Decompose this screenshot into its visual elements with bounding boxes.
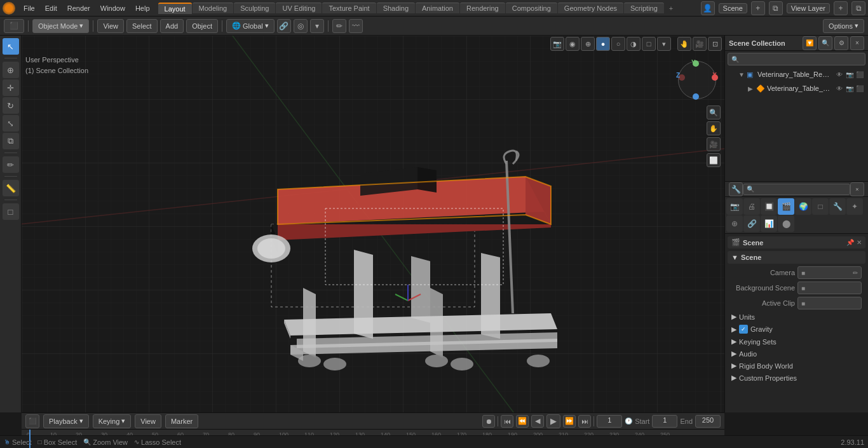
tab-world[interactable]: 🌍 <box>795 198 811 215</box>
viewport-overlay-toggle[interactable]: ◉ <box>566 37 580 51</box>
object-mode-dropdown[interactable]: Object Mode ▾ <box>32 19 89 33</box>
annotation-btn[interactable]: ✏ <box>332 19 346 33</box>
visibility-toggle-2[interactable]: 👁 <box>835 84 844 93</box>
viewport-gizmo[interactable]: X Y Z <box>675 58 719 102</box>
tab-uv-editing[interactable]: UV Editing <box>276 3 322 13</box>
scene-expand-icon[interactable]: ✕ <box>857 239 862 246</box>
menu-window[interactable]: Window <box>96 3 130 13</box>
collection-row-veterinary-mesh[interactable]: ▶ 🔶 Veterinary_Table_Red 👁 📷 ⬛ <box>725 81 868 95</box>
new-scene-icon[interactable]: + <box>751 1 765 15</box>
outliner-filter-btn[interactable]: 🔽 <box>803 36 817 50</box>
gizmo-tool-hand[interactable]: ✋ <box>707 121 721 135</box>
properties-editor-type[interactable]: 🔧 <box>729 182 743 196</box>
editor-type-btn[interactable]: ⬛ <box>4 19 24 33</box>
viewport-navigate-camera[interactable]: 🎥 <box>693 37 707 51</box>
tab-view-layer[interactable]: 🔲 <box>761 198 777 215</box>
marker-menu[interactable]: Marker <box>165 414 198 428</box>
keying-menu[interactable]: Keying ▾ <box>93 414 132 428</box>
collection-row-veterinary-001[interactable]: ▼ ▣ Veterinary_Table_Red_001 👁 📷 ⬛ <box>725 67 868 81</box>
outliner-collapse-btn[interactable]: × <box>850 36 864 50</box>
select-menu[interactable]: Select <box>126 19 158 33</box>
tab-compositing[interactable]: Compositing <box>506 3 557 13</box>
rigid-body-world-row[interactable]: ▶ Rigid Body World <box>728 360 865 372</box>
rotate-tool-btn[interactable]: ↻ <box>3 97 19 114</box>
tab-sculpting[interactable]: Sculpting <box>234 3 275 13</box>
menu-help[interactable]: Help <box>131 3 154 13</box>
audio-row[interactable]: ▶ Audio <box>728 348 865 360</box>
scene-subsection-header[interactable]: ▼ Scene <box>728 251 865 264</box>
keying-sets-row[interactable]: ▶ Keying Sets <box>728 336 865 348</box>
scene-pin-icon[interactable]: 📌 <box>846 239 854 246</box>
jump-end-btn[interactable]: ⏭ <box>578 415 591 428</box>
step-back-btn[interactable]: ⏪ <box>516 415 529 428</box>
tab-rendering[interactable]: Rendering <box>460 3 505 13</box>
tab-physics[interactable]: ⊕ <box>726 215 743 232</box>
viewport-toggle-1[interactable]: 📷 <box>845 70 854 79</box>
gravity-row[interactable]: ▶ ✓ Gravity <box>728 323 865 336</box>
expand-icon-2[interactable]: ▶ <box>748 85 754 92</box>
outliner-settings-btn[interactable]: ⚙ <box>834 36 848 50</box>
viewport-shading-options[interactable]: ▾ <box>657 37 671 51</box>
visibility-toggle-1[interactable]: 👁 <box>835 70 844 79</box>
view-menu[interactable]: View <box>97 19 124 33</box>
viewport-toggle-2[interactable]: 📷 <box>845 84 854 93</box>
outliner-search[interactable]: 🔍 <box>728 53 865 65</box>
timeline-editor-type[interactable]: ⬛ <box>25 414 39 428</box>
start-frame-input[interactable]: 1 <box>652 415 677 428</box>
blender-logo-icon[interactable] <box>3 2 15 15</box>
tab-constraints[interactable]: 🔗 <box>743 215 760 232</box>
tab-data[interactable]: 📊 <box>761 215 777 232</box>
record-btn[interactable]: ⏺ <box>482 415 495 428</box>
add-cube-btn[interactable]: □ <box>3 203 19 220</box>
move-tool-btn[interactable]: ✛ <box>3 79 19 96</box>
viewport-shading-solid[interactable]: ● <box>596 37 610 51</box>
step-forward-btn[interactable]: ⏩ <box>563 415 576 428</box>
viewport-camera-btn[interactable]: 📷 <box>550 37 564 51</box>
engine-dropdown[interactable]: Scene <box>719 3 747 13</box>
view-layer-dropdown[interactable]: View Layer <box>787 3 830 13</box>
viewport-navigate-hand[interactable]: 🤚 <box>677 37 691 51</box>
object-menu[interactable]: Object <box>186 19 218 33</box>
annotate-tool-btn[interactable]: ✏ <box>3 156 19 173</box>
copy-scene-icon[interactable]: ⧉ <box>769 1 783 15</box>
tab-scripting[interactable]: Scripting <box>624 3 664 13</box>
gizmo-tool-zoom[interactable]: 🔍 <box>707 105 721 119</box>
tab-geometry-nodes[interactable]: Geometry Nodes <box>558 3 623 13</box>
tab-particles[interactable]: ✦ <box>846 198 863 215</box>
viewport-shading-wireframe[interactable]: □ <box>642 37 656 51</box>
viewport-shading-rendered[interactable]: ◑ <box>627 37 641 51</box>
gizmo-tool-camera[interactable]: 🎥 <box>707 137 721 151</box>
transform-dropdown[interactable]: 🌐 Global ▾ <box>226 19 275 33</box>
camera-edit-icon[interactable]: ✏ <box>853 269 858 276</box>
select-tool-btn[interactable]: ↖ <box>3 38 19 55</box>
play-reverse-btn[interactable]: ◀ <box>531 415 544 428</box>
play-btn[interactable]: ▶ <box>546 414 560 428</box>
tab-material[interactable]: ⬤ <box>778 215 794 232</box>
tab-output[interactable]: 🖨 <box>743 198 760 215</box>
snap-btn[interactable]: 🔗 <box>277 19 291 33</box>
tab-animation[interactable]: Animation <box>416 3 459 13</box>
add-workspace-button[interactable]: + <box>665 3 677 13</box>
tab-modifier[interactable]: 🔧 <box>829 198 846 215</box>
custom-properties-row[interactable]: ▶ Custom Properties <box>728 372 865 384</box>
expand-icon-1[interactable]: ▼ <box>738 71 745 78</box>
render-toggle-1[interactable]: ⬛ <box>855 70 864 79</box>
playback-menu[interactable]: Playback ▾ <box>43 414 89 428</box>
active-clip-value[interactable]: ■ <box>797 297 862 309</box>
end-frame-input[interactable]: 250 <box>695 415 721 428</box>
viewport[interactable]: User Perspective (1) Scene Collection 📷 … <box>22 36 724 412</box>
gravity-checkbox[interactable]: ✓ <box>739 325 748 334</box>
transform-tool-btn[interactable]: ⧉ <box>3 133 19 149</box>
tab-layout[interactable]: Layout <box>158 3 192 14</box>
jump-start-btn[interactable]: ⏮ <box>501 415 513 428</box>
options-btn[interactable]: Options ▾ <box>823 19 864 33</box>
scale-tool-btn[interactable]: ⤡ <box>3 115 19 132</box>
background-scene-value[interactable]: ■ <box>797 282 862 294</box>
current-frame-input[interactable]: 1 <box>597 415 622 428</box>
tab-render[interactable]: 📷 <box>726 198 743 215</box>
tab-object[interactable]: □ <box>812 198 829 215</box>
menu-render[interactable]: Render <box>63 3 95 13</box>
tab-shading[interactable]: Shading <box>377 3 415 13</box>
gizmo-tool-layers[interactable]: ⬜ <box>707 153 721 167</box>
outliner-search-btn[interactable]: 🔍 <box>818 36 832 50</box>
